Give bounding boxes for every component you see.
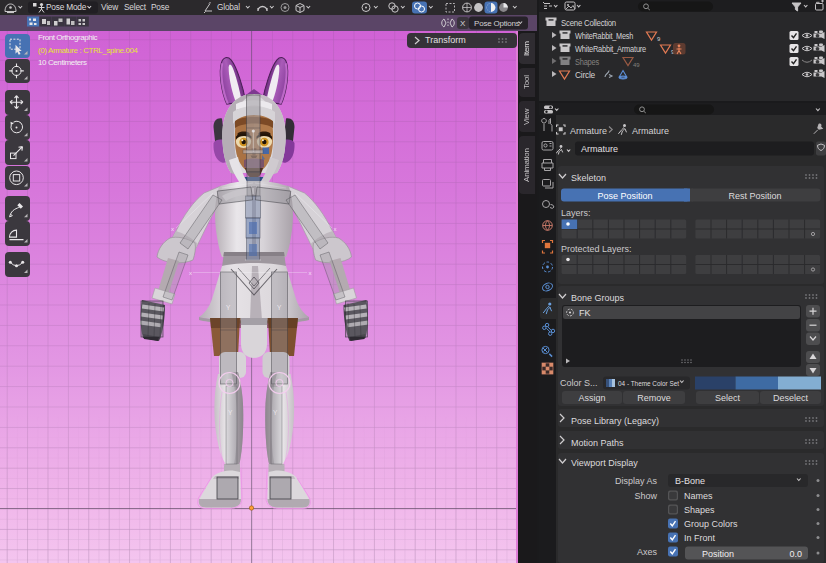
svg-text:Scene Collection: Scene Collection bbox=[561, 18, 616, 28]
svg-text:Armature: Armature bbox=[570, 126, 607, 136]
svg-text:Shapes: Shapes bbox=[684, 505, 715, 515]
svg-text:Y: Y bbox=[226, 304, 231, 311]
svg-text:Names: Names bbox=[684, 491, 713, 501]
svg-text:Layers:: Layers: bbox=[561, 208, 591, 218]
svg-text:Protected Layers:: Protected Layers: bbox=[561, 244, 632, 254]
svg-text:Pose Position: Pose Position bbox=[597, 191, 652, 201]
svg-text:View: View bbox=[101, 2, 119, 12]
svg-text:Position: Position bbox=[702, 549, 734, 559]
svg-text:x: x bbox=[171, 226, 174, 232]
svg-text:Y: Y bbox=[273, 409, 278, 416]
svg-text:Axes: Axes bbox=[637, 547, 658, 557]
svg-text:Bone Groups: Bone Groups bbox=[571, 293, 625, 303]
svg-text:Pose Library (Legacy): Pose Library (Legacy) bbox=[571, 416, 659, 426]
svg-text:Display As: Display As bbox=[615, 476, 658, 486]
svg-text:Armature: Armature bbox=[632, 126, 669, 136]
svg-text:Motion Paths: Motion Paths bbox=[571, 438, 624, 448]
svg-text:49: 49 bbox=[633, 62, 640, 68]
svg-text:9: 9 bbox=[657, 36, 661, 42]
svg-text:Remove: Remove bbox=[637, 393, 671, 403]
svg-text:Skeleton: Skeleton bbox=[571, 173, 606, 183]
svg-text:x: x bbox=[189, 270, 192, 276]
svg-text:Show: Show bbox=[634, 491, 657, 501]
svg-text:Global: Global bbox=[217, 2, 240, 12]
svg-text:Group Colors: Group Colors bbox=[684, 519, 738, 529]
svg-text:FK: FK bbox=[579, 308, 591, 318]
svg-text:Pose Options: Pose Options bbox=[474, 19, 520, 28]
svg-text:B-Bone: B-Bone bbox=[675, 476, 705, 486]
svg-text:Assign: Assign bbox=[578, 393, 605, 403]
svg-text:0.0: 0.0 bbox=[789, 549, 802, 559]
svg-text:Deselect: Deselect bbox=[773, 393, 809, 403]
svg-text:X: X bbox=[460, 19, 466, 28]
svg-text:x: x bbox=[309, 270, 312, 276]
svg-text:x: x bbox=[334, 226, 337, 232]
svg-text:Pose Mode: Pose Mode bbox=[46, 2, 87, 12]
svg-text:In Front: In Front bbox=[684, 533, 716, 543]
svg-text:Color S...: Color S... bbox=[560, 378, 598, 388]
svg-text:Circle: Circle bbox=[575, 70, 596, 80]
svg-text:Armature: Armature bbox=[581, 144, 618, 154]
svg-text:Y: Y bbox=[277, 304, 282, 311]
svg-text:WhiteRabbit_Armature: WhiteRabbit_Armature bbox=[575, 44, 646, 54]
svg-text:Select: Select bbox=[124, 2, 147, 12]
svg-text:04 - Theme Color Set: 04 - Theme Color Set bbox=[618, 379, 680, 388]
svg-text:Viewport Display: Viewport Display bbox=[571, 458, 638, 468]
svg-text:WhiteRabbit_Mesh: WhiteRabbit_Mesh bbox=[575, 31, 633, 41]
svg-text:Y: Y bbox=[228, 409, 233, 416]
svg-text:Select: Select bbox=[715, 393, 741, 403]
svg-text:Pose: Pose bbox=[151, 2, 170, 12]
svg-text:Shapes: Shapes bbox=[575, 57, 599, 67]
svg-text:Rest Position: Rest Position bbox=[728, 191, 781, 201]
